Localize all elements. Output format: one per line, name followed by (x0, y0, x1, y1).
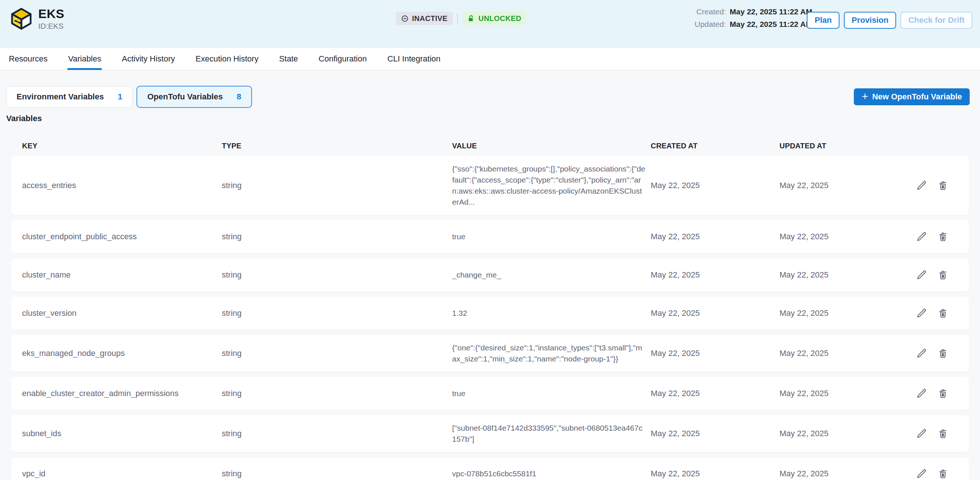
unlocked-padlock-icon (468, 15, 475, 22)
variable-updated-at: May 22, 2025 (780, 469, 894, 478)
tab-opentofu-variables[interactable]: OpenTofu Variables 8 (137, 86, 251, 108)
delete-variable-button[interactable] (937, 231, 948, 242)
lock-status-badge-label: UNLOCKED (479, 14, 522, 23)
variable-value: 1.32 (452, 308, 651, 319)
header-actions: Plan Provision Check for Drift (807, 12, 972, 29)
updated-row: Updated: May 22, 2025 11:22 AM (692, 20, 812, 29)
edit-variable-button[interactable] (916, 231, 927, 242)
table-row: access_entriesstring{"sso":{"kubernetes_… (11, 156, 969, 215)
variable-created-at: May 22, 2025 (651, 349, 780, 358)
table-row: subnet_idsstring["subnet-08f14e7142d3335… (11, 415, 969, 452)
edit-variable-button[interactable] (916, 388, 927, 399)
check-for-drift-button[interactable]: Check for Drift (900, 12, 972, 29)
table-row: eks_managed_node_groupsstring{"one":{"de… (11, 335, 969, 372)
delete-variable-button[interactable] (937, 428, 948, 439)
variable-created-at: May 22, 2025 (651, 232, 780, 241)
pencil-icon (916, 348, 927, 359)
pencil-icon (916, 428, 927, 439)
delete-variable-button[interactable] (937, 180, 948, 191)
env0-cube-logo (10, 7, 33, 30)
variable-key: vpc_id (22, 469, 222, 478)
tab-state[interactable]: State (279, 48, 298, 70)
tab-environment-variables[interactable]: Environment Variables 1 (6, 86, 133, 108)
variable-type: string (222, 349, 452, 358)
variable-value: _change_me_ (452, 270, 651, 281)
trash-icon (937, 270, 948, 281)
edit-variable-button[interactable] (916, 180, 927, 191)
column-header-created-at: CREATED AT (651, 142, 780, 150)
trash-icon (937, 180, 948, 191)
variable-value: true (452, 388, 651, 399)
provision-button[interactable]: Provision (844, 12, 896, 29)
row-actions (894, 468, 958, 479)
updated-value: May 22, 2025 11:22 AM (729, 20, 812, 29)
pencil-icon (916, 180, 927, 191)
variable-value: {"sso":{"kubernetes_groups":[],"policy_a… (452, 163, 651, 207)
variable-updated-at: May 22, 2025 (780, 349, 894, 358)
badge-divider (457, 14, 458, 23)
variable-created-at: May 22, 2025 (651, 308, 780, 318)
updated-label: Updated: (692, 20, 726, 29)
created-value: May 22, 2025 11:22 AM (729, 7, 812, 16)
delete-variable-button[interactable] (937, 468, 948, 479)
table-row: cluster_versionstring1.32May 22, 2025May… (11, 297, 969, 330)
variable-type-tabs: Environment Variables 1 OpenTofu Variabl… (6, 86, 969, 108)
edit-variable-button[interactable] (916, 308, 927, 319)
plan-button[interactable]: Plan (807, 12, 839, 29)
table-row: vpc_idstringvpc-078b51c6cbc5581f1May 22,… (11, 457, 969, 480)
variable-updated-at: May 22, 2025 (780, 232, 894, 241)
pencil-icon (916, 231, 927, 242)
tab-variables[interactable]: Variables (68, 48, 101, 70)
column-header-updated-at: UPDATED AT (780, 142, 894, 150)
variable-updated-at: May 22, 2025 (780, 389, 894, 398)
row-actions (894, 388, 958, 399)
pencil-icon (916, 270, 927, 281)
trash-icon (937, 468, 948, 479)
cube-mascot-icon (10, 7, 33, 30)
environment-title: EKS (38, 6, 64, 21)
variable-type: string (222, 232, 452, 241)
status-badge: INACTIVE (396, 12, 453, 25)
tab-execution-history[interactable]: Execution History (196, 48, 259, 70)
pencil-icon (916, 388, 927, 399)
trash-icon (937, 308, 948, 319)
variable-created-at: May 22, 2025 (651, 469, 780, 478)
delete-variable-button[interactable] (937, 348, 948, 359)
row-actions (894, 348, 958, 359)
new-opentofu-variable-button[interactable]: + New OpenTofu Variable (854, 88, 970, 105)
variable-key: access_entries (22, 181, 222, 190)
tab-activity-history[interactable]: Activity History (122, 48, 175, 70)
variable-type: string (222, 308, 452, 318)
column-header-value: VALUE (452, 142, 651, 150)
variable-created-at: May 22, 2025 (651, 181, 780, 190)
lock-status-badge: UNLOCKED (462, 12, 527, 25)
delete-variable-button[interactable] (937, 308, 948, 319)
edit-variable-button[interactable] (916, 348, 927, 359)
column-header-key: KEY (22, 142, 222, 150)
delete-variable-button[interactable] (937, 388, 948, 399)
tab-resources[interactable]: Resources (9, 48, 48, 70)
variable-updated-at: May 22, 2025 (780, 181, 894, 190)
created-label: Created: (692, 7, 726, 16)
trash-icon (937, 231, 948, 242)
tab-opentofu-variables-count: 8 (237, 92, 241, 102)
edit-variable-button[interactable] (916, 428, 927, 439)
environment-page: EKS ID:EKS INACTIVE UNLOCKED Created: (0, 0, 980, 480)
variable-value: ["subnet-08f14e7142d333595","subnet-0680… (452, 423, 651, 445)
created-row: Created: May 22, 2025 11:22 AM (692, 7, 812, 16)
tab-configuration[interactable]: Configuration (318, 48, 367, 70)
delete-variable-button[interactable] (937, 270, 948, 281)
trash-icon (937, 428, 948, 439)
tab-opentofu-variables-label: OpenTofu Variables (147, 92, 223, 102)
variable-key: cluster_name (22, 270, 222, 280)
variables-table: access_entriesstring{"sso":{"kubernetes_… (11, 156, 969, 480)
edit-variable-button[interactable] (916, 270, 927, 281)
new-opentofu-variable-label: New OpenTofu Variable (872, 92, 962, 102)
variable-key: eks_managed_node_groups (22, 349, 222, 358)
edit-variable-button[interactable] (916, 468, 927, 479)
status-badge-label: INACTIVE (412, 14, 448, 23)
trash-icon (937, 348, 948, 359)
table-row: enable_cluster_creator_admin_permissions… (11, 377, 969, 410)
tab-cli-integration[interactable]: CLI Integration (387, 48, 440, 70)
title-block: EKS ID:EKS (38, 6, 64, 30)
